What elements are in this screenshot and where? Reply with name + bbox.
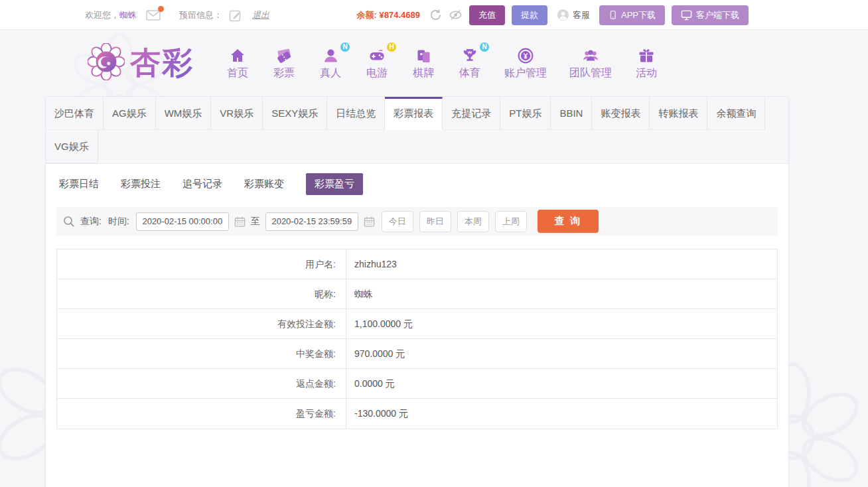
report-row-label: 昵称:: [57, 279, 346, 309]
customer-service-button[interactable]: 客服: [557, 9, 590, 21]
report-tab-label: 日结总览: [336, 107, 376, 119]
balance-label: 余额:: [357, 10, 377, 20]
nav-item[interactable]: 团队管理: [569, 46, 612, 80]
quick-date-button[interactable]: 本周: [457, 211, 489, 232]
lottery-subtab[interactable]: 彩票账变: [244, 173, 284, 195]
withdraw-button[interactable]: 提款: [512, 5, 547, 25]
nav-item-label: 体育: [459, 66, 480, 80]
report-tab[interactable]: 日结总览: [327, 97, 385, 130]
report-tabs: 沙巴体育 AG娱乐 WM娱乐 VR娱乐 SEXY娱乐 日结总览 彩票报表 充提记…: [46, 97, 788, 164]
nav-item[interactable]: N 真人: [319, 46, 342, 80]
search-submit-button[interactable]: 查 询: [538, 210, 599, 233]
nav-item-icon: [461, 46, 478, 64]
balance: 余额: ¥874.4689: [357, 9, 423, 21]
username: 蜘蛛: [119, 10, 137, 20]
date-range-separator: 至: [251, 216, 260, 228]
lottery-subtab[interactable]: 彩票日结: [59, 173, 99, 195]
query-bar: 查询: 时间: 至 今日昨日本周上周 查 询: [56, 207, 778, 236]
report-tab[interactable]: 转账报表: [650, 97, 707, 130]
nav-item-icon: [638, 46, 655, 64]
nav-item[interactable]: 首页: [226, 46, 250, 80]
report-tab-label: 转账报表: [658, 107, 698, 119]
welcome-prefix: 欢迎您，: [85, 10, 119, 20]
date-to-input[interactable]: [265, 212, 358, 231]
date-from-input[interactable]: [136, 212, 229, 231]
report-tab[interactable]: VR娱乐: [211, 97, 263, 130]
report-tab[interactable]: 充提记录: [443, 97, 500, 130]
report-tab[interactable]: SEXY娱乐: [263, 97, 327, 130]
nav-item-badge: N: [340, 42, 350, 52]
report-tab[interactable]: 余额查询: [707, 97, 765, 130]
time-label: 时间:: [108, 216, 129, 228]
app-download-button[interactable]: APP下载: [599, 5, 665, 25]
report-tab-label: 沙巴体育: [54, 107, 94, 119]
mail-notification-dot: [158, 6, 164, 12]
nav-item-label: 真人: [320, 66, 341, 80]
mail-button[interactable]: [146, 9, 161, 22]
report-tab-label: BBIN: [559, 107, 583, 119]
balance-value: ¥874.4689: [380, 10, 420, 20]
report-table-row: 有效投注金额: 1,100.0000 元: [57, 309, 777, 339]
report-tab-label: WM娱乐: [165, 107, 202, 119]
quick-date-button[interactable]: 昨日: [419, 211, 451, 232]
customer-service-icon: [557, 9, 569, 21]
nav-item-label: 彩票: [273, 66, 295, 80]
query-label: 查询:: [80, 216, 102, 228]
nav-item-icon: [275, 46, 293, 64]
report-tab[interactable]: PT娱乐: [500, 97, 551, 130]
lottery-subtab-label: 彩票投注: [121, 178, 161, 189]
report-tab-label: 充提记录: [451, 107, 491, 119]
nav-item-icon: [322, 46, 339, 64]
report-row-value: 蜘蛛: [346, 279, 777, 309]
reserved-info-label: 预留信息：: [179, 9, 222, 21]
nav-item[interactable]: 账户管理: [504, 46, 547, 80]
lottery-subtab[interactable]: 追号记录: [182, 173, 222, 195]
nav-item[interactable]: 棋牌: [411, 46, 435, 80]
report-tab[interactable]: WM娱乐: [156, 97, 212, 130]
nav-item-badge: N: [480, 42, 489, 52]
hide-balance-eye-icon[interactable]: [449, 9, 463, 21]
edit-icon[interactable]: [229, 9, 242, 22]
logout-link[interactable]: 退出: [252, 9, 269, 21]
refresh-icon[interactable]: [429, 9, 442, 21]
report-table-row: 用户名: zhizhu123: [57, 249, 777, 279]
nav-item-icon: [582, 46, 599, 64]
nav-item[interactable]: 彩票: [272, 46, 296, 80]
report-tab-label: AG娱乐: [112, 107, 147, 119]
quick-date-buttons: 今日昨日本周上周: [382, 211, 527, 232]
calendar-icon[interactable]: [234, 216, 246, 228]
calendar-icon[interactable]: [364, 216, 375, 228]
client-download-button[interactable]: 客户端下载: [672, 5, 749, 25]
lottery-subtab-label: 追号记录: [182, 178, 222, 189]
client-download-label: 客户端下载: [696, 9, 739, 21]
report-tab[interactable]: 沙巴体育: [46, 97, 104, 130]
report-table-row: 盈亏金额: -130.0000 元: [57, 399, 777, 429]
site-logo[interactable]: 杏彩: [88, 42, 224, 84]
nav-item-label: 首页: [227, 66, 248, 80]
report-tab[interactable]: BBIN: [551, 97, 592, 130]
report-table-row: 中奖金额: 970.0000 元: [57, 339, 777, 369]
nav-item-badge: H: [387, 42, 396, 52]
report-row-value: 1,100.0000 元: [346, 309, 777, 338]
welcome-text: 欢迎您，蜘蛛: [85, 9, 137, 21]
report-table-row: 昵称: 蜘蛛: [57, 279, 777, 309]
topbar: 欢迎您，蜘蛛 预留信息： 退出 余额: ¥874.4689: [0, 0, 868, 30]
report-tab-label: SEXY娱乐: [271, 107, 318, 119]
lottery-subtab[interactable]: 彩票盈亏: [306, 173, 363, 195]
report-tab[interactable]: AG娱乐: [104, 97, 156, 130]
nav-item[interactable]: H 电游: [365, 46, 389, 80]
nav-item[interactable]: N 体育: [458, 46, 482, 80]
nav-item[interactable]: 活动: [634, 46, 658, 80]
deposit-button[interactable]: 充值: [469, 5, 505, 25]
report-tab[interactable]: 彩票报表: [385, 97, 443, 130]
lottery-subtab[interactable]: 彩票投注: [121, 173, 161, 195]
quick-date-button[interactable]: 上周: [495, 211, 527, 232]
logo-flower-icon: [88, 43, 125, 83]
nav-item-label: 账户管理: [504, 66, 547, 80]
report-tab[interactable]: 账变报表: [592, 97, 650, 130]
report-tab[interactable]: VG娱乐: [46, 130, 98, 163]
lottery-subtabs: 彩票日结 彩票投注 追号记录 彩票账变 彩票盈亏: [46, 164, 788, 202]
report-row-value: 970.0000 元: [346, 339, 777, 368]
quick-date-button[interactable]: 今日: [382, 211, 413, 232]
lottery-subtab-label: 彩票日结: [59, 178, 99, 189]
